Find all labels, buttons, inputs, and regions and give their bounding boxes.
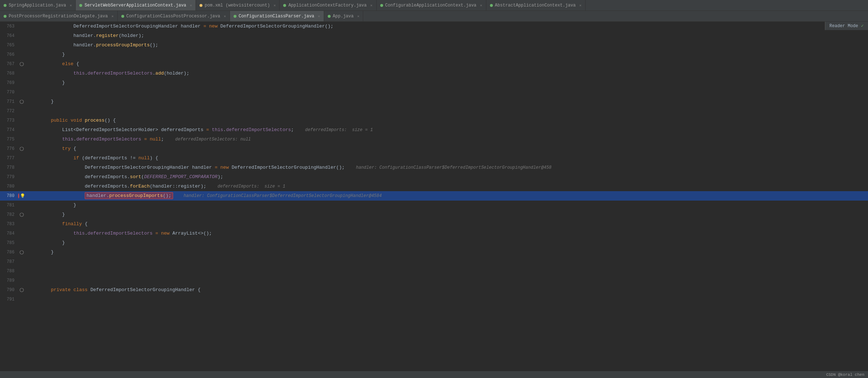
tab-close[interactable]: ✕	[579, 3, 582, 8]
bottom-credit: CSDN @koral chen	[826, 373, 864, 377]
breakpoint-dot-icon	[20, 288, 24, 292]
tab-close[interactable]: ✕	[273, 3, 276, 8]
tab-dot	[234, 15, 236, 18]
table-row: 777 if (deferredImports != null) {	[0, 154, 868, 163]
tab-close[interactable]: ✕	[370, 3, 372, 8]
table-row: 776 try {	[0, 144, 868, 154]
table-row: 781 }	[0, 201, 868, 210]
table-row: 774 List<DeferredImportSelectorHolder> d…	[0, 125, 868, 135]
tab-configurable-app-context[interactable]: ConfigurableApplicationContext.java ✕	[377, 0, 486, 11]
table-row: 769 }	[0, 78, 868, 88]
table-row: 772	[0, 106, 868, 116]
breakpoint-dot-icon	[20, 100, 24, 104]
editor-container: Reader Mode ✓ 763 DeferredImportSelector…	[0, 22, 868, 378]
table-row: 764 handler.register(holder);	[0, 31, 868, 41]
tab-close[interactable]: ✕	[318, 14, 320, 18]
tab-app-context-factory[interactable]: ApplicationContextFactory.java ✕	[280, 0, 376, 11]
table-row: 763 DeferredImportSelectorGroupingHandle…	[0, 22, 868, 31]
status-bar: CSDN @koral chen	[0, 371, 868, 378]
tab-pom-xml[interactable]: pom.xml (webvisitercount) ✕	[196, 0, 280, 11]
table-row-highlighted: 780 💡 handler.processGroupImports(); han…	[0, 191, 868, 201]
table-row: 768 this.deferredImportSelectors.add(hol…	[0, 69, 868, 78]
table-row: 787	[0, 257, 868, 266]
table-row: 765 handler.processGroupImports();	[0, 41, 868, 50]
tab-dot	[328, 15, 331, 18]
tab-app-java[interactable]: App.java ✕	[324, 11, 364, 22]
tab-dot	[79, 4, 82, 7]
tab-dot	[4, 15, 7, 18]
svg-point-0	[20, 62, 24, 66]
code-lines: 763 DeferredImportSelectorGroupingHandle…	[0, 22, 868, 304]
tab-dot	[490, 4, 493, 7]
table-row: 784 this.deferredImportSelectors = new A…	[0, 229, 868, 238]
tab-close[interactable]: ✕	[112, 14, 114, 18]
svg-point-1	[20, 100, 24, 104]
breakpoint-dot-icon	[20, 62, 24, 66]
svg-point-2	[20, 147, 24, 151]
breakpoint-dot-icon	[20, 250, 24, 255]
breakpoint-dot-icon	[20, 213, 24, 217]
svg-point-3	[20, 213, 24, 217]
tab-config-class-post-processor[interactable]: ConfigurationClassPostProcessor.java ✕	[118, 11, 230, 22]
svg-point-5	[20, 288, 24, 292]
table-row: 775 this.deferredImportSelectors = null;…	[0, 135, 868, 144]
table-row: 788	[0, 266, 868, 276]
svg-point-4	[20, 251, 24, 254]
tab-dot	[121, 15, 124, 18]
breakpoint-dot-icon	[20, 147, 24, 151]
table-row: 790 private class DeferredImportSelector…	[0, 285, 868, 295]
table-row: 791	[0, 295, 868, 304]
table-row: 779 deferredImports.sort(DEFERRED_IMPORT…	[0, 172, 868, 182]
tab-close[interactable]: ✕	[357, 14, 359, 18]
code-area[interactable]: Reader Mode ✓ 763 DeferredImportSelector…	[0, 22, 868, 378]
table-row: 785 }	[0, 238, 868, 248]
tab-bar-top: SpringApplication.java ✕ ServletWebServe…	[0, 0, 868, 11]
table-row: 771 }	[0, 97, 868, 106]
table-row: 770	[0, 88, 868, 97]
table-row: 773 public void process() {	[0, 116, 868, 125]
table-row: 786 }	[0, 248, 868, 257]
tab-dot	[283, 4, 286, 7]
tab-dot	[380, 4, 383, 7]
bulb-icon[interactable]: 💡	[20, 193, 25, 199]
tab-abstract-app-context[interactable]: AbstractApplicationContext.java ✕	[486, 0, 586, 11]
tab-bar-bottom: PostProcessorRegistrationDelegate.java ✕…	[0, 11, 868, 22]
table-row: 782 }	[0, 210, 868, 219]
breakpoint-icon	[18, 193, 19, 198]
table-row: 767 else {	[0, 59, 868, 69]
tab-config-class-parser[interactable]: ConfigurationClassParser.java ✕	[230, 11, 324, 22]
tab-dot	[200, 4, 202, 7]
tab-servlet-web[interactable]: ServletWebServerApplicationContext.java …	[76, 0, 196, 11]
tab-post-processor-delegate[interactable]: PostProcessorRegistrationDelegate.java ✕	[0, 11, 118, 22]
table-row: 766 }	[0, 50, 868, 59]
table-row: 780 deferredImports.forEach(handler::reg…	[0, 182, 868, 191]
tab-close[interactable]: ✕	[190, 3, 192, 8]
tab-dot	[4, 4, 7, 7]
tab-spring-application[interactable]: SpringApplication.java ✕	[0, 0, 76, 11]
tab-close[interactable]: ✕	[224, 14, 226, 18]
table-row: 778 DeferredImportSelectorGroupingHandle…	[0, 163, 868, 172]
tab-close[interactable]: ✕	[70, 3, 72, 8]
table-row: 789	[0, 276, 868, 285]
table-row: 783 finally {	[0, 219, 868, 229]
tab-close[interactable]: ✕	[480, 3, 482, 8]
